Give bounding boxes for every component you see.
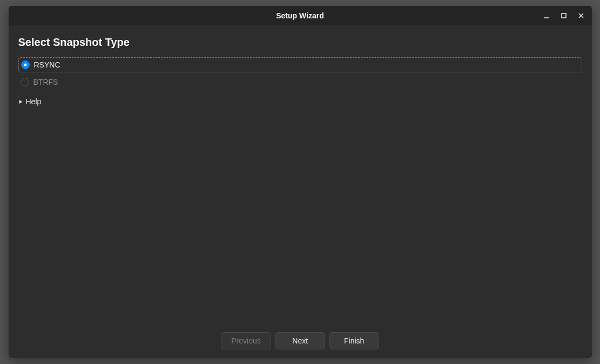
- radio-icon: [21, 78, 29, 86]
- window-title: Setup Wizard: [9, 11, 592, 20]
- page-title: Select Snapshot Type: [18, 36, 582, 49]
- svg-rect-1: [562, 14, 566, 18]
- radio-icon: [21, 60, 30, 69]
- window-controls: [538, 6, 590, 25]
- option-rsync[interactable]: RSYNC: [18, 57, 582, 72]
- close-icon: [577, 12, 585, 19]
- option-btrfs-label: BTRFS: [33, 78, 58, 86]
- wizard-window: Setup Wizard Select Snapshot Type RSYNC …: [9, 6, 592, 358]
- maximize-icon: [560, 12, 568, 19]
- minimize-button[interactable]: [538, 8, 555, 24]
- next-button[interactable]: Next: [275, 332, 325, 349]
- finish-button[interactable]: Finish: [329, 332, 379, 349]
- minimize-icon: [543, 12, 550, 19]
- content-area: Select Snapshot Type RSYNC BTRFS Help: [9, 25, 592, 326]
- footer: Previous Next Finish: [9, 326, 592, 358]
- svg-marker-4: [19, 99, 22, 103]
- help-label: Help: [26, 97, 42, 106]
- maximize-button[interactable]: [555, 8, 572, 24]
- titlebar: Setup Wizard: [9, 6, 592, 25]
- help-expander[interactable]: Help: [18, 97, 582, 106]
- spacer: [18, 106, 582, 322]
- previous-button: Previous: [221, 332, 271, 349]
- close-button[interactable]: [572, 8, 590, 24]
- option-rsync-label: RSYNC: [34, 60, 60, 69]
- option-btrfs: BTRFS: [18, 75, 582, 90]
- chevron-right-icon: [18, 99, 23, 104]
